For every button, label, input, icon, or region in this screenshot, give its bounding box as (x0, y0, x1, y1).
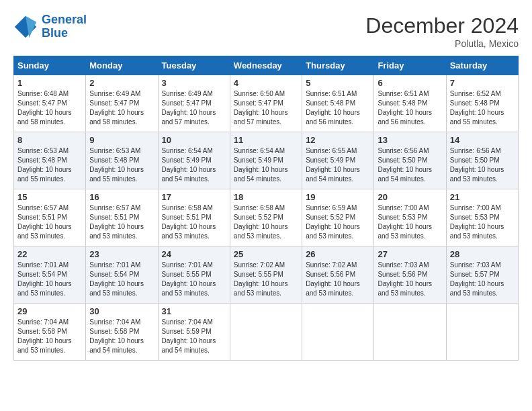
col-saturday: Saturday (446, 56, 518, 75)
calendar-cell: 2Sunrise: 6:49 AM Sunset: 5:47 PM Daylig… (86, 75, 158, 132)
day-info: Sunrise: 7:01 AM Sunset: 5:54 PM Dayligh… (89, 261, 154, 298)
day-number: 5 (306, 78, 370, 88)
calendar-cell: 30Sunrise: 7:04 AM Sunset: 5:58 PM Dayli… (86, 304, 158, 361)
calendar-cell: 28Sunrise: 7:03 AM Sunset: 5:57 PM Dayli… (446, 246, 518, 304)
calendar-cell: 4Sunrise: 6:50 AM Sunset: 5:47 PM Daylig… (230, 75, 302, 132)
calendar-week-2: 8Sunrise: 6:53 AM Sunset: 5:48 PM Daylig… (14, 132, 519, 189)
day-number: 22 (17, 249, 82, 259)
col-thursday: Thursday (302, 56, 374, 75)
calendar-cell: 18Sunrise: 6:58 AM Sunset: 5:52 PM Dayli… (230, 189, 302, 246)
day-info: Sunrise: 6:54 AM Sunset: 5:49 PM Dayligh… (234, 146, 298, 184)
calendar-cell: 7Sunrise: 6:52 AM Sunset: 5:48 PM Daylig… (446, 75, 518, 132)
day-info: Sunrise: 6:57 AM Sunset: 5:51 PM Dayligh… (17, 203, 82, 241)
calendar-cell: 26Sunrise: 7:02 AM Sunset: 5:56 PM Dayli… (302, 246, 374, 304)
day-info: Sunrise: 6:49 AM Sunset: 5:47 PM Dayligh… (89, 89, 154, 127)
day-number: 18 (234, 192, 298, 202)
calendar-table: Sunday Monday Tuesday Wednesday Thursday… (13, 56, 519, 361)
day-number: 28 (450, 249, 515, 259)
day-info: Sunrise: 6:48 AM Sunset: 5:47 PM Dayligh… (17, 89, 82, 127)
calendar-cell: 10Sunrise: 6:54 AM Sunset: 5:49 PM Dayli… (158, 132, 230, 189)
col-tuesday: Tuesday (158, 56, 230, 75)
day-info: Sunrise: 7:00 AM Sunset: 5:53 PM Dayligh… (378, 203, 442, 241)
day-info: Sunrise: 6:56 AM Sunset: 5:50 PM Dayligh… (450, 146, 515, 184)
month-title: December 2024 (365, 13, 519, 38)
logo-text: General Blue (42, 13, 87, 40)
day-number: 24 (162, 249, 226, 259)
calendar-cell: 12Sunrise: 6:55 AM Sunset: 5:49 PM Dayli… (302, 132, 374, 189)
day-info: Sunrise: 7:01 AM Sunset: 5:54 PM Dayligh… (17, 261, 82, 298)
day-info: Sunrise: 6:55 AM Sunset: 5:49 PM Dayligh… (306, 146, 370, 184)
calendar-cell: 27Sunrise: 7:03 AM Sunset: 5:56 PM Dayli… (374, 246, 446, 304)
day-number: 23 (89, 249, 154, 259)
day-number: 10 (162, 135, 226, 145)
day-number: 26 (306, 249, 370, 259)
day-number: 14 (450, 135, 515, 145)
col-wednesday: Wednesday (230, 56, 302, 75)
logo-name1: General (42, 13, 87, 26)
day-number: 27 (378, 249, 442, 259)
day-number: 29 (17, 306, 82, 316)
day-number: 8 (17, 135, 82, 145)
calendar-week-5: 29Sunrise: 7:04 AM Sunset: 5:58 PM Dayli… (14, 304, 519, 361)
location: Polutla, Mexico (365, 38, 519, 49)
day-number: 6 (378, 78, 442, 88)
day-number: 16 (89, 192, 154, 202)
day-info: Sunrise: 7:04 AM Sunset: 5:59 PM Dayligh… (162, 318, 226, 355)
day-info: Sunrise: 7:04 AM Sunset: 5:58 PM Dayligh… (89, 318, 154, 355)
day-info: Sunrise: 6:52 AM Sunset: 5:48 PM Dayligh… (450, 89, 515, 127)
calendar-cell (230, 304, 302, 361)
calendar-cell: 23Sunrise: 7:01 AM Sunset: 5:54 PM Dayli… (86, 246, 158, 304)
col-monday: Monday (86, 56, 158, 75)
calendar-week-3: 15Sunrise: 6:57 AM Sunset: 5:51 PM Dayli… (14, 189, 519, 246)
calendar-cell (374, 304, 446, 361)
calendar-cell: 15Sunrise: 6:57 AM Sunset: 5:51 PM Dayli… (14, 189, 86, 246)
calendar-week-4: 22Sunrise: 7:01 AM Sunset: 5:54 PM Dayli… (14, 246, 519, 304)
title-block: December 2024 Polutla, Mexico (365, 13, 519, 49)
calendar-cell: 13Sunrise: 6:56 AM Sunset: 5:50 PM Dayli… (374, 132, 446, 189)
day-number: 2 (89, 78, 154, 88)
day-number: 4 (234, 78, 298, 88)
calendar-cell: 31Sunrise: 7:04 AM Sunset: 5:59 PM Dayli… (158, 304, 230, 361)
day-info: Sunrise: 6:53 AM Sunset: 5:48 PM Dayligh… (89, 146, 154, 184)
logo-icon (13, 15, 38, 39)
day-number: 9 (89, 135, 154, 145)
calendar-week-1: 1Sunrise: 6:48 AM Sunset: 5:47 PM Daylig… (14, 75, 519, 132)
calendar-cell (446, 304, 518, 361)
day-info: Sunrise: 7:03 AM Sunset: 5:57 PM Dayligh… (450, 261, 515, 298)
col-sunday: Sunday (14, 56, 86, 75)
col-friday: Friday (374, 56, 446, 75)
calendar-cell: 16Sunrise: 6:57 AM Sunset: 5:51 PM Dayli… (86, 189, 158, 246)
calendar-cell: 8Sunrise: 6:53 AM Sunset: 5:48 PM Daylig… (14, 132, 86, 189)
day-number: 3 (162, 78, 226, 88)
day-info: Sunrise: 7:03 AM Sunset: 5:56 PM Dayligh… (378, 261, 442, 298)
day-info: Sunrise: 6:59 AM Sunset: 5:52 PM Dayligh… (306, 203, 370, 241)
calendar-cell: 6Sunrise: 6:51 AM Sunset: 5:48 PM Daylig… (374, 75, 446, 132)
day-number: 20 (378, 192, 442, 202)
day-info: Sunrise: 6:49 AM Sunset: 5:47 PM Dayligh… (162, 89, 226, 127)
calendar-cell: 14Sunrise: 6:56 AM Sunset: 5:50 PM Dayli… (446, 132, 518, 189)
day-info: Sunrise: 6:56 AM Sunset: 5:50 PM Dayligh… (378, 146, 442, 184)
logo: General Blue (13, 13, 87, 40)
header-row: Sunday Monday Tuesday Wednesday Thursday… (14, 56, 519, 75)
day-number: 21 (450, 192, 515, 202)
day-number: 13 (378, 135, 442, 145)
logo-name2: Blue (42, 26, 68, 40)
day-info: Sunrise: 6:57 AM Sunset: 5:51 PM Dayligh… (89, 203, 154, 241)
day-info: Sunrise: 6:54 AM Sunset: 5:49 PM Dayligh… (162, 146, 226, 184)
day-info: Sunrise: 7:02 AM Sunset: 5:56 PM Dayligh… (306, 261, 370, 298)
day-info: Sunrise: 6:50 AM Sunset: 5:47 PM Dayligh… (234, 89, 298, 127)
day-number: 17 (162, 192, 226, 202)
calendar-cell: 19Sunrise: 6:59 AM Sunset: 5:52 PM Dayli… (302, 189, 374, 246)
calendar-cell: 9Sunrise: 6:53 AM Sunset: 5:48 PM Daylig… (86, 132, 158, 189)
calendar-cell: 3Sunrise: 6:49 AM Sunset: 5:47 PM Daylig… (158, 75, 230, 132)
calendar-cell: 11Sunrise: 6:54 AM Sunset: 5:49 PM Dayli… (230, 132, 302, 189)
calendar-cell: 24Sunrise: 7:01 AM Sunset: 5:55 PM Dayli… (158, 246, 230, 304)
day-info: Sunrise: 7:00 AM Sunset: 5:53 PM Dayligh… (450, 203, 515, 241)
day-number: 25 (234, 249, 298, 259)
day-info: Sunrise: 6:58 AM Sunset: 5:52 PM Dayligh… (234, 203, 298, 241)
calendar-cell: 17Sunrise: 6:58 AM Sunset: 5:51 PM Dayli… (158, 189, 230, 246)
day-number: 12 (306, 135, 370, 145)
day-info: Sunrise: 7:02 AM Sunset: 5:55 PM Dayligh… (234, 261, 298, 298)
day-info: Sunrise: 6:58 AM Sunset: 5:51 PM Dayligh… (162, 203, 226, 241)
day-number: 15 (17, 192, 82, 202)
